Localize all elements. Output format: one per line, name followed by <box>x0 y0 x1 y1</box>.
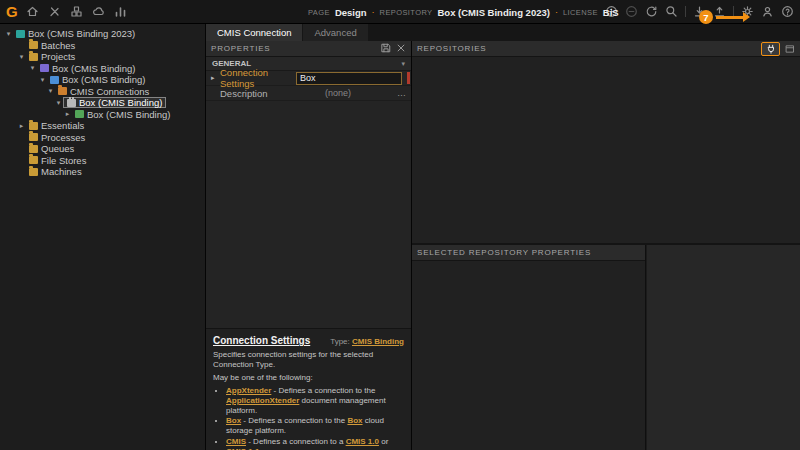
cloud-icon[interactable] <box>92 5 105 18</box>
tree-item-cmis-connections[interactable]: CMIS Connections <box>0 86 205 98</box>
tab-advanced[interactable]: Advanced <box>303 24 367 41</box>
tools-icon[interactable] <box>48 5 61 18</box>
properties-header: PROPERTIES <box>206 41 411 57</box>
separator-dot: · <box>372 7 375 17</box>
remove-icon[interactable] <box>625 5 638 18</box>
tree-item-processes[interactable]: Processes <box>0 132 205 144</box>
help-link[interactable]: CMIS 1.0 <box>346 437 379 446</box>
annotation-step-badge: 7 <box>699 10 713 24</box>
properties-header-title: PROPERTIES <box>211 44 270 53</box>
help-type: Type: CMIS Binding <box>330 337 404 346</box>
chevron-right-icon[interactable] <box>63 110 72 118</box>
chevron-right-icon[interactable] <box>211 74 220 82</box>
tab-strip: CMIS Connection Advanced <box>206 24 800 41</box>
cancel-icon[interactable] <box>396 43 406 55</box>
save-icon[interactable] <box>381 43 391 55</box>
connections-folder-icon <box>58 87 67 95</box>
topbar: G PAGE Design · REPOSITORY Box (CMIS Bin… <box>0 0 800 24</box>
tree-item-connection-box-selected[interactable]: Box (CMIS Binding) <box>0 97 205 109</box>
tree-item-essentials[interactable]: Essentials <box>0 120 205 132</box>
separator-dot: · <box>555 7 558 17</box>
project-icon <box>40 64 49 72</box>
tree-item-binding-box[interactable]: Box (CMIS Binding) <box>0 74 205 86</box>
chevron-down-icon[interactable] <box>46 87 55 95</box>
connection-settings-value-editor[interactable]: Box <box>296 72 402 85</box>
refresh-icon[interactable] <box>645 5 658 18</box>
help-link[interactable]: CMIS 1.1 <box>226 447 259 450</box>
required-indicator <box>407 72 410 84</box>
tree-item-label: Processes <box>41 132 85 143</box>
help-link[interactable]: Box <box>347 416 362 425</box>
tree-item-file-stores[interactable]: File Stores <box>0 155 205 167</box>
help-paragraph: Specifies connection settings for the se… <box>213 350 404 370</box>
page-value[interactable]: Design <box>335 7 367 18</box>
tree-item-projects[interactable]: Projects <box>0 51 205 63</box>
tab-cmis-connection[interactable]: CMIS Connection <box>206 24 302 41</box>
selected-repository-help-pane <box>647 245 800 450</box>
tree-item-project-box[interactable]: Box (CMIS Binding) <box>0 63 205 75</box>
license-label: LICENSE <box>563 8 598 17</box>
property-label: Description <box>220 88 321 99</box>
tree-item-label: Machines <box>41 166 82 177</box>
selected-repository-grid-empty[interactable] <box>412 261 645 450</box>
repository-value[interactable]: Box (CMIS Binding 2023) <box>437 7 549 18</box>
selected-repository-header-title: SELECTED REPOSITORY PROPERTIES <box>417 248 591 257</box>
folder-icon <box>29 122 38 130</box>
selected-repository-properties-panel: SELECTED REPOSITORY PROPERTIES <box>412 245 646 450</box>
license-value[interactable]: BiS <box>603 7 619 18</box>
batches-icon[interactable] <box>70 5 83 18</box>
tree-item-label: CMIS Connections <box>70 86 149 97</box>
chevron-down-icon[interactable] <box>17 53 26 61</box>
property-row-connection-settings[interactable]: Connection Settings Box <box>206 71 411 86</box>
help-link[interactable]: Box <box>226 416 241 425</box>
chevron-down-icon <box>401 60 405 68</box>
properties-panel: PROPERTIES GENERAL Connection Settings B… <box>206 41 412 450</box>
help-bullet: Box - Defines a connection to the Box cl… <box>226 416 404 436</box>
help-bullet: CMIS - Defines a connection to a CMIS 1.… <box>226 437 404 450</box>
search-icon[interactable] <box>665 5 678 18</box>
property-row-description[interactable]: Description (none) … <box>206 86 411 101</box>
chevron-down-icon[interactable] <box>54 99 63 107</box>
chevron-down-icon[interactable] <box>28 64 37 72</box>
stats-icon[interactable] <box>114 5 127 18</box>
tree-item-label: Essentials <box>41 120 84 131</box>
connect-repository-button[interactable] <box>761 42 780 56</box>
chevron-right-icon[interactable] <box>17 122 26 130</box>
tree-item-machines[interactable]: Machines <box>0 166 205 178</box>
tree-item-label: Box (CMIS Binding) <box>87 109 170 120</box>
repositories-list-empty[interactable] <box>412 57 800 243</box>
connection-plug-icon <box>67 99 76 107</box>
chevron-down-icon[interactable] <box>38 76 47 84</box>
annotation-arrow-line <box>716 16 743 19</box>
help-icon[interactable] <box>781 5 794 18</box>
navigation-tree: Box (CMIS Binding 2023) Batches Projects… <box>0 24 206 450</box>
folder-icon <box>29 133 38 141</box>
home-icon[interactable] <box>26 5 39 18</box>
type-link[interactable]: CMIS Binding <box>352 337 404 346</box>
tree-item-label: Queues <box>41 143 74 154</box>
help-bullet: AppXtender - Defines a connection to the… <box>226 386 404 415</box>
help-link[interactable]: AppXtender <box>226 386 271 395</box>
user-icon[interactable] <box>761 5 774 18</box>
repositories-header-title: REPOSITORIES <box>417 44 486 53</box>
binding-icon <box>50 76 59 84</box>
repositories-header: REPOSITORIES <box>412 41 800 57</box>
help-title: Connection Settings <box>213 335 310 346</box>
tree-item-queues[interactable]: Queues <box>0 143 205 155</box>
tree-item-batches[interactable]: Batches <box>0 40 205 52</box>
grooper-logo[interactable]: G <box>6 4 18 19</box>
repository-root-icon <box>16 30 25 38</box>
selected-repository-header: SELECTED REPOSITORY PROPERTIES <box>412 245 645 261</box>
chevron-down-icon[interactable] <box>4 30 13 38</box>
folder-icon <box>29 145 38 153</box>
help-link[interactable]: ApplicationXtender <box>226 396 299 405</box>
help-paragraph: May be one of the following: <box>213 373 404 383</box>
ellipsis-editor-button[interactable]: … <box>397 88 406 98</box>
help-link[interactable]: CMIS <box>226 437 246 446</box>
repositories-options-icon[interactable] <box>785 44 795 54</box>
folder-icon <box>29 168 38 176</box>
tree-item-repository-box[interactable]: Box (CMIS Binding) <box>0 109 205 121</box>
repositories-panel: REPOSITORIES <box>412 41 800 243</box>
tree-item-root[interactable]: Box (CMIS Binding 2023) <box>0 28 205 40</box>
toolbar-divider <box>685 6 686 17</box>
